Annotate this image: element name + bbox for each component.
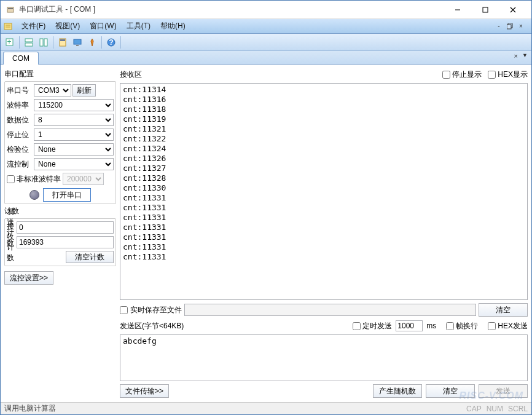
save-to-file-checkbox[interactable] bbox=[120, 306, 128, 314]
random-button[interactable]: 产生随机数 bbox=[373, 384, 422, 398]
parity-label: 检验位 bbox=[7, 144, 33, 155]
calculator-icon[interactable] bbox=[56, 36, 69, 49]
counter-group: 发送计数 接收计数 清空计数 bbox=[4, 218, 116, 266]
svg-rect-6 bbox=[4, 23, 12, 30]
svg-text:+: + bbox=[7, 38, 11, 46]
app-icon bbox=[6, 5, 15, 15]
mdi-minimize-button[interactable]: - bbox=[495, 22, 503, 31]
stop-display-checkbox[interactable] bbox=[442, 71, 450, 79]
config-group: 串口号 COM3 刷新 波特率 115200 数据位 8 停止位 1 检验位 N… bbox=[4, 81, 116, 204]
stop-display-label: 停止显示 bbox=[452, 69, 482, 80]
svg-rect-10 bbox=[507, 25, 511, 29]
baud-select[interactable]: 115200 bbox=[34, 99, 114, 111]
status-text: 调用电脑计算器 bbox=[4, 403, 56, 414]
tab-close-icon[interactable]: × bbox=[514, 52, 518, 60]
stopbits-select[interactable]: 1 bbox=[34, 128, 114, 141]
recv-title: 接收区 bbox=[120, 69, 436, 80]
tx-count-field bbox=[17, 221, 114, 234]
minimize-button[interactable] bbox=[444, 1, 471, 18]
svg-rect-14 bbox=[25, 43, 33, 46]
tab-com[interactable]: COM bbox=[3, 52, 39, 65]
maximize-button[interactable] bbox=[471, 1, 499, 18]
send-clear-button[interactable]: 清空 bbox=[426, 384, 475, 398]
svg-rect-13 bbox=[25, 39, 33, 42]
svg-rect-3 bbox=[483, 7, 488, 12]
timed-send-checkbox[interactable] bbox=[353, 322, 361, 330]
databits-label: 数据位 bbox=[7, 115, 33, 125]
hex-send-checkbox[interactable] bbox=[488, 322, 496, 330]
flow-settings-button[interactable]: 流控设置>> bbox=[4, 271, 53, 285]
menu-window[interactable]: 窗口(W) bbox=[85, 19, 121, 33]
window-title: 串口调试工具 - [ COM ] bbox=[19, 4, 444, 15]
timed-send-field[interactable] bbox=[396, 320, 423, 331]
menubar: 文件(F) 视图(V) 窗口(W) 工具(T) 帮助(H) - × bbox=[1, 19, 531, 34]
send-button[interactable]: 发送 bbox=[479, 384, 528, 398]
menu-view[interactable]: 视图(V) bbox=[50, 19, 85, 33]
menu-file[interactable]: 文件(F) bbox=[17, 19, 50, 33]
nonstd-baud-select: 200000 bbox=[63, 173, 104, 185]
mdi-close-button[interactable]: × bbox=[517, 22, 525, 31]
toolbar: + ? bbox=[1, 34, 531, 51]
save-path-field bbox=[184, 304, 476, 316]
status-led-icon bbox=[29, 190, 39, 200]
new-window-icon[interactable]: + bbox=[3, 36, 17, 49]
config-title: 串口配置 bbox=[4, 68, 116, 80]
parity-select[interactable]: None bbox=[34, 143, 114, 156]
nonstd-baud-checkbox[interactable] bbox=[7, 175, 15, 183]
recv-header: 接收区 停止显示 HEX显示 bbox=[120, 68, 528, 81]
svg-rect-1 bbox=[8, 8, 13, 9]
svg-text:?: ? bbox=[109, 38, 113, 47]
close-button[interactable] bbox=[499, 1, 526, 18]
tile-horizontal-icon[interactable] bbox=[22, 36, 36, 49]
svg-rect-20 bbox=[76, 45, 79, 46]
svg-rect-18 bbox=[60, 39, 65, 41]
svg-rect-16 bbox=[44, 39, 47, 46]
recv-textarea[interactable]: cnt:11314 cnt:11316 cnt:11318 cnt:11319 … bbox=[120, 83, 528, 300]
rx-count-field bbox=[17, 236, 114, 248]
stopbits-label: 停止位 bbox=[7, 130, 33, 140]
baud-label: 波特率 bbox=[7, 100, 33, 111]
nonstd-baud-label: 非标准波特率 bbox=[17, 174, 61, 184]
tile-vertical-icon[interactable] bbox=[37, 36, 50, 49]
left-panel: 串口配置 串口号 COM3 刷新 波特率 115200 数据位 8 停止位 1 … bbox=[4, 68, 116, 398]
timed-send-unit: ms bbox=[426, 322, 436, 330]
flowctrl-select[interactable]: None bbox=[34, 158, 114, 170]
recv-clear-button[interactable]: 清空 bbox=[479, 303, 528, 317]
port-label: 串口号 bbox=[7, 85, 33, 96]
timed-send-label: 定时发送 bbox=[362, 321, 392, 331]
clear-count-button[interactable]: 清空计数 bbox=[66, 251, 114, 263]
status-num: NUM bbox=[487, 405, 503, 413]
mdi-restore-button[interactable] bbox=[506, 22, 514, 31]
monitor-icon[interactable] bbox=[71, 36, 84, 49]
menu-help[interactable]: 帮助(H) bbox=[155, 19, 190, 33]
file-transfer-button[interactable]: 文件传输>> bbox=[120, 384, 169, 398]
counter-title: 计数 bbox=[4, 205, 116, 217]
open-port-button[interactable]: 打开串口 bbox=[43, 188, 91, 202]
help-icon[interactable]: ? bbox=[104, 36, 118, 49]
frame-wrap-checkbox[interactable] bbox=[446, 322, 454, 330]
save-row: 实时保存至文件 清空 bbox=[120, 302, 528, 317]
refresh-button[interactable]: 刷新 bbox=[72, 84, 96, 97]
svg-rect-19 bbox=[74, 39, 81, 44]
tabbar: COM × ▼ bbox=[1, 51, 531, 65]
svg-rect-15 bbox=[40, 39, 43, 46]
send-header: 发送区(字节<64KB) 定时发送 ms 帧换行 HEX发送 bbox=[120, 320, 528, 332]
pin-icon[interactable] bbox=[85, 36, 99, 49]
flowctrl-label: 流控制 bbox=[7, 159, 33, 170]
menu-tool[interactable]: 工具(T) bbox=[122, 19, 155, 33]
port-select[interactable]: COM3 bbox=[34, 84, 71, 97]
frame-wrap-label: 帧换行 bbox=[456, 321, 478, 331]
databits-select[interactable]: 8 bbox=[34, 114, 114, 126]
right-panel: 接收区 停止显示 HEX显示 cnt:11314 cnt:11316 cnt:1… bbox=[120, 68, 528, 398]
hex-send-label: HEX发送 bbox=[498, 321, 528, 331]
hex-display-label: HEX显示 bbox=[498, 69, 528, 80]
menubar-icon bbox=[3, 21, 14, 32]
status-cap: CAP bbox=[466, 405, 482, 413]
send-title: 发送区(字节<64KB) bbox=[120, 321, 184, 331]
statusbar: 调用电脑计算器 CAP NUM SCRL bbox=[1, 402, 531, 414]
send-textarea[interactable] bbox=[120, 334, 528, 381]
hex-display-checkbox[interactable] bbox=[488, 71, 496, 79]
status-scrl: SCRL bbox=[508, 405, 528, 413]
tab-dropdown-icon[interactable]: ▼ bbox=[522, 52, 528, 58]
save-to-file-label: 实时保存至文件 bbox=[130, 305, 182, 315]
